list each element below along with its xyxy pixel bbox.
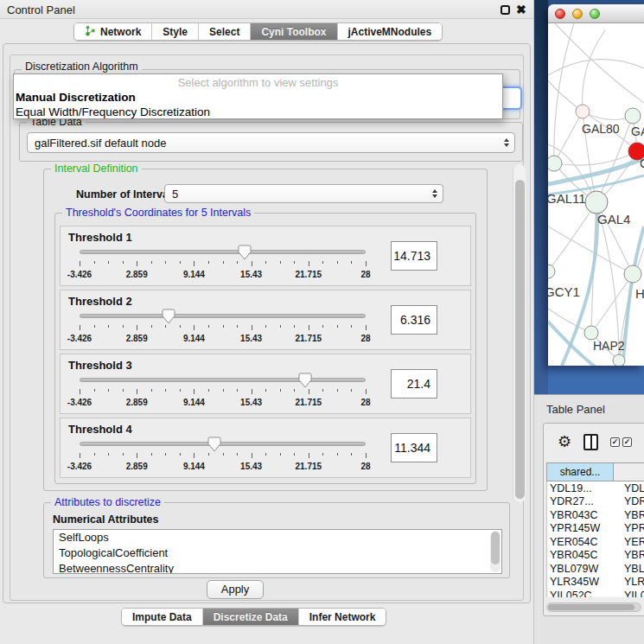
tab-jactivemnodules[interactable]: jActiveMNodules — [338, 23, 443, 40]
tab-select[interactable]: Select — [199, 23, 251, 40]
gear-icon[interactable]: ⚙ — [558, 434, 571, 450]
table-row[interactable]: YIL052CYIL052C — [547, 589, 644, 597]
network-edge[interactable] — [583, 30, 605, 112]
interval-scroll-pane: Interval Definition Number of Intervals … — [19, 164, 526, 502]
table-row[interactable]: YBR043CYBR043C — [547, 508, 644, 522]
network-canvas[interactable]: GAL80GACGAL11GAL4GCY1HHAP2 — [548, 23, 644, 366]
network-window-titlebar[interactable] — [548, 4, 644, 23]
scrollbar-thumb[interactable] — [515, 180, 525, 499]
threshold-label: Threshold 1 — [68, 231, 132, 244]
minimize-traffic-light-icon[interactable] — [572, 9, 583, 19]
tab-impute-data[interactable]: Impute Data — [122, 609, 203, 625]
list-item-topologicalcoefficient[interactable]: TopologicalCoefficient — [54, 545, 501, 561]
checkbox-icon[interactable]: ✓ — [622, 437, 632, 447]
algorithm-option-manual[interactable]: Manual Discretization — [14, 90, 502, 105]
tab-cyni-toolbox[interactable]: Cyni Toolbox — [251, 23, 337, 40]
tab-network[interactable]: Network — [74, 23, 152, 40]
table-data-combobox[interactable]: galFiltered.sif default node — [27, 132, 515, 153]
table-row[interactable]: YBR045CYBR045C — [547, 549, 644, 563]
node-hap2[interactable] — [584, 326, 598, 340]
tick-mark — [223, 261, 224, 264]
slider-thumb[interactable] — [238, 245, 252, 260]
tick-mark — [94, 453, 95, 456]
algorithm-option-equal-width[interactable]: Equal Width/Frequency Discretization — [14, 105, 502, 119]
select-columns-icons: ✓ ✓ — [610, 437, 632, 447]
close-traffic-light-icon[interactable] — [555, 9, 565, 19]
list-item-selfloops[interactable]: SelfLoops — [54, 530, 501, 545]
node-top-right[interactable] — [625, 108, 641, 124]
table-row[interactable]: YLR345WYLR345W — [547, 576, 644, 590]
network-view-window[interactable]: GAL80GACGAL11GAL4GCY1HHAP2 — [548, 4, 644, 366]
zoom-traffic-light-icon[interactable] — [590, 9, 600, 19]
network-edge[interactable] — [554, 23, 574, 163]
table-row[interactable]: YDL19...YDL19... — [547, 481, 644, 495]
slider-thumb[interactable] — [298, 373, 312, 388]
threshold-slider[interactable]: -3.4262.8599.14415.4321.71528 — [80, 442, 366, 476]
tick-mark — [151, 325, 152, 328]
node-gcy1[interactable] — [548, 265, 555, 278]
list-scrollbar[interactable] — [490, 531, 501, 572]
network-edge[interactable] — [548, 202, 596, 271]
slider-thumb[interactable] — [162, 309, 175, 324]
tick-mark — [165, 453, 166, 456]
vertical-scrollbar[interactable] — [513, 164, 526, 502]
threshold-slider[interactable]: -3.4262.8599.14415.4321.71528 — [80, 378, 366, 412]
threshold-value-field[interactable]: 6.316 — [391, 305, 437, 335]
column-header-shared[interactable]: shared... — [546, 462, 614, 481]
tab-label: Style — [163, 26, 188, 38]
threshold-slider[interactable]: -3.4262.8599.14415.4321.71528 — [80, 250, 366, 284]
checkbox-icon[interactable]: ✓ — [610, 437, 620, 447]
numerical-attributes-list[interactable]: SelfLoopsTopologicalCoefficientBetweenne… — [53, 529, 502, 574]
node-bottom[interactable] — [613, 354, 625, 366]
threshold-value-field[interactable]: 21.4 — [391, 369, 437, 399]
algorithm-dropdown-popup: Select algorithm to view settings Manual… — [13, 73, 503, 119]
column-header-name[interactable]: name — [614, 462, 644, 481]
cell-shared-name: YBR043C — [547, 509, 612, 521]
close-icon[interactable]: ✖ — [516, 3, 526, 16]
float-window-icon[interactable] — [501, 5, 510, 15]
network-edge[interactable] — [548, 75, 583, 112]
tab-discretize-data[interactable]: Discretize Data — [203, 609, 299, 625]
algorithm-placeholder-option[interactable]: Select algorithm to view settings — [14, 75, 502, 90]
node-gal11[interactable] — [548, 156, 562, 171]
node-gal4[interactable] — [585, 191, 608, 214]
tick-label: 28 — [360, 270, 370, 279]
network-edge[interactable] — [554, 112, 583, 163]
apply-button[interactable]: Apply — [207, 580, 264, 599]
table-row[interactable]: YPR145WYPR145W — [547, 522, 644, 536]
threshold-label: Threshold 3 — [68, 359, 132, 372]
table-data-group: Table Data galFiltered.sif default node — [19, 122, 523, 162]
threshold-value-field[interactable]: 11.344 — [391, 433, 437, 462]
tick-mark — [137, 453, 137, 458]
network-edge[interactable] — [554, 151, 637, 165]
cell-shared-name: YLR345W — [547, 576, 612, 588]
table-row[interactable]: YER054CYER054C — [547, 535, 644, 549]
combobox-arrows-icon — [504, 138, 509, 147]
tab-style[interactable]: Style — [152, 23, 199, 40]
table-row[interactable]: YBL079WYBL079W — [547, 562, 644, 576]
node-gal80[interactable] — [576, 105, 590, 118]
tick-mark — [208, 325, 209, 328]
threshold-value-field[interactable]: 14.713 — [391, 241, 437, 271]
threshold-slider[interactable]: -3.4262.8599.14415.4321.71528 — [80, 314, 366, 348]
node-label-gal4: GAL4 — [597, 212, 630, 226]
list-item-betweennesscentrality[interactable]: BetweennessCentrality — [54, 561, 501, 574]
node-label-gcy1: GCY1 — [548, 284, 580, 299]
number-of-intervals-combobox[interactable]: 5 — [164, 184, 443, 203]
slider-thumb[interactable] — [207, 437, 221, 452]
horizontal-scrollbar[interactable] — [546, 603, 641, 612]
tick-mark — [322, 261, 323, 264]
threshold-row-2: Threshold 2-3.4262.8599.14415.4321.71528… — [60, 290, 471, 350]
tick-label: 21.715 — [296, 462, 322, 471]
node-right-mid[interactable] — [624, 265, 641, 283]
cell-name: YLR345W — [612, 576, 644, 588]
horizontal-scrollbar-thumb[interactable] — [548, 604, 634, 610]
tab-infer-network[interactable]: Infer Network — [299, 609, 386, 625]
tick-mark — [322, 389, 323, 392]
numerical-attributes-label: Numerical Attributes — [53, 513, 158, 526]
list-scrollbar-thumb[interactable] — [491, 532, 500, 564]
table-row[interactable]: YDR27...YDR27... — [547, 495, 644, 509]
cyni-toolbox-pane: Discretization Algorithm Select algorith… — [3, 43, 531, 603]
network-edge[interactable] — [548, 226, 633, 274]
split-columns-icon[interactable] — [583, 434, 598, 450]
